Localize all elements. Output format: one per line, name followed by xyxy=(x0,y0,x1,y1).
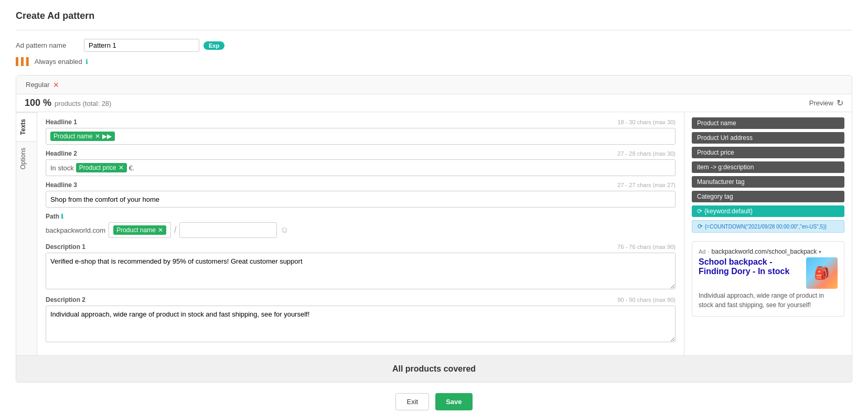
path-info-icon[interactable]: ℹ xyxy=(61,213,63,220)
tab-close-icon[interactable]: ✕ xyxy=(53,81,59,89)
desc2-textarea[interactable]: Individual approach, wide range of produ… xyxy=(46,306,676,342)
h2-prefix-text: In stock xyxy=(50,164,74,172)
ad-icon: Ad xyxy=(699,248,705,255)
tab-bar: Regular ✕ xyxy=(16,75,852,94)
stats-percent: 100 % xyxy=(25,97,51,108)
headline3-hint: 27 - 27 chars (max 27) xyxy=(617,182,676,188)
ad-pattern-name-label: Ad pattern name xyxy=(16,41,84,49)
headline3-input-row[interactable] xyxy=(46,191,676,208)
preview-description: Individual approach, wide range of produ… xyxy=(699,291,838,310)
path-slash: / xyxy=(174,225,176,235)
headline1-label: Headline 1 xyxy=(46,118,77,126)
preview-ad-label: Ad · backpackworld.com/school_backpack ▾ xyxy=(699,248,838,255)
desc1-label: Description 1 xyxy=(46,243,85,251)
tab-label: Regular xyxy=(26,81,50,89)
stats-bar: 100 % products (total: 28) Preview ↻ xyxy=(16,94,852,112)
headline3-group: Headline 3 27 - 27 chars (max 27) xyxy=(46,181,676,208)
tags-section: Product name Product Url address Product… xyxy=(692,117,844,233)
headline2-input-row: In stock Product price ✕ €. xyxy=(46,159,676,176)
regular-tab[interactable]: Regular ✕ xyxy=(22,75,63,94)
desc2-label: Description 2 xyxy=(46,296,85,303)
preview-domain-text: backpackworld.com/school_backpack xyxy=(712,248,817,255)
preview-domain: · xyxy=(708,248,709,255)
desc1-group: Description 1 76 - 76 chars (max 90) Ver… xyxy=(46,243,676,291)
remove-tag-h1[interactable]: ✕ xyxy=(95,133,100,140)
options-tab[interactable]: Options xyxy=(16,141,37,176)
save-button[interactable]: Save xyxy=(435,393,472,410)
headline1-input-row: Product name ✕ ▶▶ xyxy=(46,128,676,145)
product-name-btn[interactable]: Product name xyxy=(692,117,844,129)
preview-title-text: School backpack - Finding Dory - In stoc… xyxy=(699,257,802,276)
desc1-textarea[interactable]: Verified e-shop that is recommended by 9… xyxy=(46,253,676,289)
category-tag-btn[interactable]: Category tag xyxy=(692,191,844,202)
desc2-group: Description 2 90 - 90 chars (max 90) Ind… xyxy=(46,296,676,344)
headline3-input[interactable] xyxy=(50,195,671,203)
path-segment-1: Product name ✕ xyxy=(109,222,171,238)
right-panel: Product name Product Url address Product… xyxy=(684,112,852,355)
path-row: backpackworld.com Product name ✕ / ☺ xyxy=(46,222,676,238)
manufacturer-tag-btn[interactable]: Manufacturer tag xyxy=(692,176,844,188)
product-name-tag-path[interactable]: Product name ✕ xyxy=(113,225,166,235)
keyword-default-btn[interactable]: ⟳ {keyword:default} xyxy=(692,205,844,217)
headline3-label: Headline 3 xyxy=(46,181,77,189)
dropdown-arrow-icon: ▾ xyxy=(819,249,821,255)
headline2-group: Headline 2 27 - 28 chars (max 30) In sto… xyxy=(46,150,676,176)
product-name-tag-h1[interactable]: Product name ✕ ▶▶ xyxy=(50,132,115,141)
texts-tab[interactable]: Texts xyxy=(16,112,37,141)
desc1-hint: 76 - 76 chars (max 90) xyxy=(617,244,676,250)
path-label: Path ℹ xyxy=(46,213,63,220)
item-desc-btn[interactable]: item -> g:description xyxy=(692,161,844,173)
info-icon[interactable]: ℹ xyxy=(85,58,88,66)
preview-label: Preview xyxy=(809,99,833,107)
form-area: Headline 1 18 - 30 chars (max 30) Produc… xyxy=(37,112,684,355)
headline2-hint: 27 - 28 chars (max 30) xyxy=(617,150,676,157)
preview-title-row: School backpack - Finding Dory - In stoc… xyxy=(699,257,838,289)
path-segment-2[interactable] xyxy=(179,222,277,238)
headline1-hint: 18 - 30 chars (max 30) xyxy=(617,119,676,125)
remove-tag-h2[interactable]: ✕ xyxy=(119,164,124,171)
preview-card: Ad · backpackworld.com/school_backpack ▾… xyxy=(692,241,844,317)
sidebar-tabs: Texts Options xyxy=(16,112,37,355)
bar-chart-icon: ▌▌▌ xyxy=(16,57,31,66)
headline2-label: Headline 2 xyxy=(46,150,77,157)
countdown-btn[interactable]: ⟳ {=COUNTDOWN("2021/09/28 00:00:00","en-… xyxy=(692,220,844,233)
path-domain: backpackworld.com xyxy=(46,226,105,234)
preview-product-image: 🎒 xyxy=(806,257,838,289)
product-price-btn[interactable]: Product price xyxy=(692,147,844,158)
product-price-tag-h2[interactable]: Product price ✕ xyxy=(76,163,127,172)
page-title: Create Ad pattern xyxy=(16,10,852,21)
always-enabled-label: Always enabled xyxy=(35,58,82,66)
h2-suffix-text: €. xyxy=(129,164,135,172)
stats-products: products (total: 28) xyxy=(55,100,111,107)
emoji-button[interactable]: ☺ xyxy=(280,225,288,235)
headline1-group: Headline 1 18 - 30 chars (max 30) Produc… xyxy=(46,118,676,145)
remove-tag-path[interactable]: ✕ xyxy=(158,226,163,234)
product-url-btn[interactable]: Product Url address xyxy=(692,132,844,144)
all-covered-bar: All products covered xyxy=(16,355,852,382)
footer-buttons: Exit Save xyxy=(16,383,852,413)
ad-pattern-name-input[interactable] xyxy=(84,39,199,52)
refresh-icon[interactable]: ↻ xyxy=(837,98,843,108)
preview-button[interactable]: Preview ↻ xyxy=(809,98,843,108)
keyword-icon: ⟳ xyxy=(697,208,702,215)
tag-arrow-h1: ▶▶ xyxy=(102,133,112,140)
desc2-hint: 90 - 90 chars (max 90) xyxy=(617,297,676,303)
exit-button[interactable]: Exit xyxy=(395,393,429,410)
path-group: Path ℹ backpackworld.com Product name ✕ xyxy=(46,213,676,238)
exp-badge: Exp xyxy=(203,41,224,50)
countdown-icon: ⟳ xyxy=(698,223,703,230)
